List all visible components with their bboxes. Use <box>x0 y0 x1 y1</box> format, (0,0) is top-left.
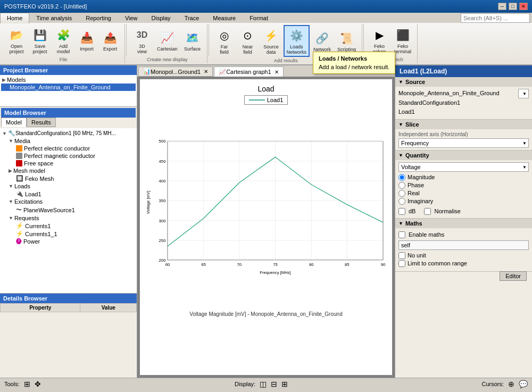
radio-phase[interactable]: Phase <box>398 182 529 189</box>
tools-icon2[interactable]: ✥ <box>35 380 41 388</box>
display-icon1[interactable]: ◫ <box>260 380 267 388</box>
tree-planewavesource[interactable]: 〜 PlaneWaveSource1 <box>1 205 136 214</box>
export-button[interactable]: 📤 Export <box>99 28 121 53</box>
tree-power[interactable]: 🅟 Power <box>1 238 136 245</box>
tree-currents1[interactable]: ⚡ Currents1 <box>1 222 136 230</box>
network-button[interactable]: 🔗 Network <box>311 28 334 54</box>
normalise-checkbox[interactable] <box>424 208 431 215</box>
tab-reporting[interactable]: Reporting <box>79 13 118 23</box>
doc-tab-cartesian[interactable]: 📈 Cartesian graph1 ✕ <box>214 66 283 77</box>
tab-measure[interactable]: Measure <box>206 13 243 23</box>
details-browser: Details Browser Property Value <box>0 293 137 346</box>
doc-tab-monopol[interactable]: 📊 Monopol...Ground1 ✕ <box>138 66 213 77</box>
display-icon2[interactable]: ⊟ <box>271 380 277 388</box>
monopol-tab-icon: 📊 <box>143 68 151 75</box>
tab-model[interactable]: Model <box>1 118 27 127</box>
cursor-icon2[interactable]: 💬 <box>519 380 528 388</box>
no-unit-row: No unit <box>398 252 529 259</box>
tree-standard-config[interactable]: ▼ 🔧 StandardConfiguration1 [60 MHz, 75 M… <box>1 129 136 137</box>
source-section-title[interactable]: ▼ Source <box>395 77 532 87</box>
surface-label: Surface <box>184 46 201 52</box>
axis-dropdown-wrap: Frequency <box>398 138 529 148</box>
save-project-button[interactable]: 💾 Saveproject <box>29 25 51 56</box>
tree-load1[interactable]: 🔌 Load1 <box>1 190 136 198</box>
tab-display[interactable]: Display <box>145 13 178 23</box>
pmc-icon <box>16 153 22 159</box>
tab-trace[interactable]: Trace <box>178 13 206 23</box>
radio-imaginary-input[interactable] <box>398 198 405 205</box>
tree-freespace[interactable]: Free space <box>1 160 136 167</box>
chart-footer: Voltage Magnitude [mV] - Monopole_Antenn… <box>189 311 342 317</box>
far-field-label: Farfield <box>220 44 229 55</box>
slice-section-title[interactable]: ▼ Slice <box>395 120 532 129</box>
import-button[interactable]: 📥 Import <box>76 28 98 53</box>
tree-pmc[interactable]: Perfect magnetic conductor <box>1 152 136 160</box>
close-button[interactable]: ✕ <box>519 3 528 10</box>
tab-home[interactable]: Home <box>0 13 29 23</box>
maximize-button[interactable]: □ <box>509 3 517 10</box>
source-config: StandardConfiguration1 <box>398 98 517 108</box>
requests-expand: ▼ <box>9 215 13 221</box>
feko-terminal-icon: ⬛ <box>394 27 411 44</box>
tree-mesh-model[interactable]: ▶ Mesh model <box>1 167 136 174</box>
maths-input[interactable] <box>398 240 529 250</box>
models-folder[interactable]: ▶ Models <box>1 76 136 84</box>
tree-feko-mesh[interactable]: 🔲 Feko Mesh <box>1 174 136 182</box>
tree-media[interactable]: ▼ Media <box>1 137 136 145</box>
display-icon3[interactable]: ⊞ <box>281 380 288 388</box>
monopol-tab-close[interactable]: ✕ <box>204 69 208 74</box>
radio-imaginary[interactable]: Imaginary <box>398 198 529 205</box>
surface-button[interactable]: 🗺️ Surface <box>181 28 204 53</box>
tree-excitations[interactable]: ▼ Excitations <box>1 198 136 205</box>
excitations-label: Excitations <box>14 198 43 205</box>
model-item[interactable]: Monopole_Antenna_on_Finite_Ground <box>1 84 136 91</box>
near-field-button[interactable]: ⊙ Nearfield <box>237 26 259 56</box>
source-dropdown[interactable] <box>518 89 529 98</box>
config-expand: ▼ <box>2 131 7 136</box>
no-unit-checkbox[interactable] <box>398 252 405 259</box>
tab-view[interactable]: View <box>118 13 145 23</box>
radio-magnitude[interactable]: Magnitude <box>398 174 529 181</box>
loads-networks-button[interactable]: ⚙️ LoadsNetworks <box>284 25 310 57</box>
cartesian-button[interactable]: 📈 Cartesian <box>154 28 180 53</box>
tab-results[interactable]: Results <box>27 118 56 127</box>
radio-real-label: Real <box>408 190 420 196</box>
cursor-icon1[interactable]: ⊕ <box>508 380 514 388</box>
quantity-dropdown-wrap: Voltage <box>398 162 529 172</box>
tree-loads[interactable]: ▼ Loads <box>1 182 136 190</box>
enable-maths-checkbox[interactable] <box>398 231 405 238</box>
open-project-button[interactable]: 📂 Openproject <box>5 25 28 56</box>
maths-section-title[interactable]: ▼ Maths <box>395 219 532 228</box>
tab-time-analysis[interactable]: Time analysis <box>29 13 79 23</box>
tree-pec[interactable]: Perfect electric conductor <box>1 145 136 152</box>
radio-phase-input[interactable] <box>398 182 405 189</box>
tree-currents1-1[interactable]: ⚡ Currents1_1 <box>1 230 136 238</box>
limit-checkbox[interactable] <box>398 260 405 267</box>
tab-format[interactable]: Format <box>243 13 275 23</box>
svg-text:450: 450 <box>159 159 166 164</box>
far-field-button[interactable]: ◎ Farfield <box>213 26 236 56</box>
scripting-button[interactable]: 📜 Scripting <box>335 28 359 54</box>
chart-svg: 500 450 400 350 300 250 200 60 65 70 75 … <box>145 107 387 309</box>
radio-real-input[interactable] <box>398 190 405 197</box>
quantity-radio-group: Magnitude Phase Real Imaginary <box>398 174 529 205</box>
add-model-button[interactable]: 🧩 Addmodel <box>52 25 74 56</box>
monopol-tab-label: Monopol...Ground1 <box>151 69 201 75</box>
source-data-icon: ⚡ <box>263 27 280 44</box>
source-data-button[interactable]: ⚡ Sourcedata <box>260 26 282 56</box>
cartesian-tab-close[interactable]: ✕ <box>275 69 279 75</box>
radio-real[interactable]: Real <box>398 190 529 197</box>
editor-button[interactable]: Editor <box>500 271 527 281</box>
media-label: Media <box>14 138 30 144</box>
minimize-button[interactable]: ─ <box>498 3 506 10</box>
tree-requests[interactable]: ▼ Requests <box>1 214 136 222</box>
search-input[interactable] <box>461 13 530 23</box>
3d-view-button[interactable]: 3D 3Dview <box>131 25 153 56</box>
db-checkbox[interactable] <box>398 208 405 215</box>
quantity-section-title[interactable]: ▼ Quantity <box>395 151 532 160</box>
radio-magnitude-input[interactable] <box>398 174 405 181</box>
tools-icon1[interactable]: ⊞ <box>24 380 30 388</box>
axis-dropdown[interactable]: Frequency <box>398 138 529 148</box>
quantity-dropdown[interactable]: Voltage <box>398 162 529 172</box>
planewavesource-icon: 〜 <box>16 206 22 214</box>
